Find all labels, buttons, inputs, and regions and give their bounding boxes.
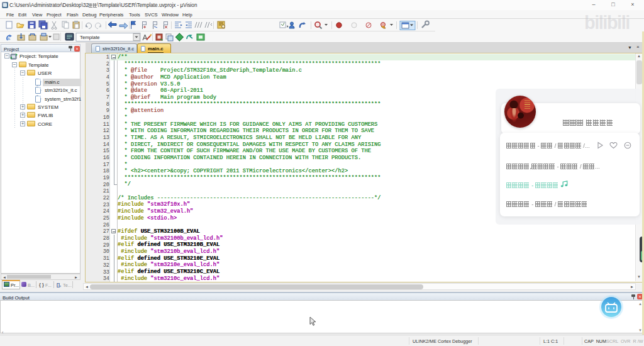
svg-text:Template: Template <box>80 35 100 40</box>
